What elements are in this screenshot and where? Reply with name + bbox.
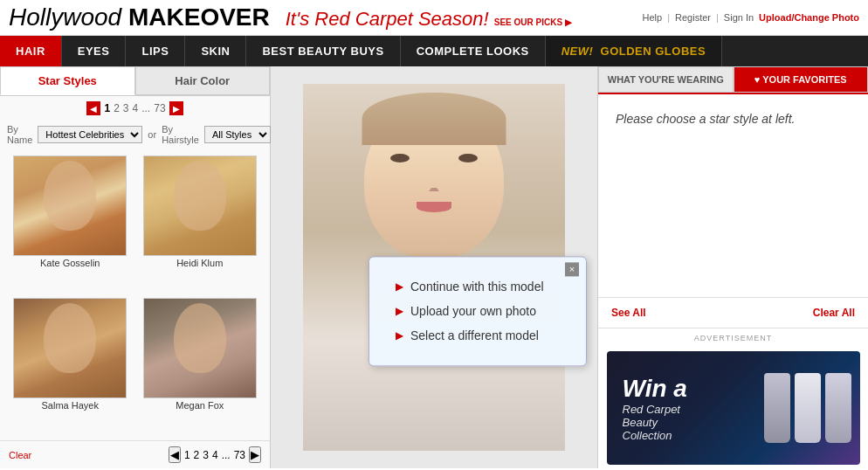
right-tabs: WHAT YOU'RE WEARING ♥ YOUR FAVORITES bbox=[598, 66, 868, 94]
kate-face bbox=[44, 161, 96, 231]
megan-face bbox=[174, 303, 226, 373]
page-1[interactable]: 1 bbox=[104, 102, 110, 114]
name-filter-select[interactable]: Hottest Celebrities A-Z bbox=[38, 126, 142, 143]
tab-star-styles[interactable]: Star Styles bbox=[0, 66, 135, 95]
right-footer: See All Clear All bbox=[598, 297, 868, 328]
celebrity-grid: Kate Gosselin Heidi Klum Salma Hayek bbox=[0, 152, 270, 440]
filters: By Name Hottest Celebrities A-Z or By Ha… bbox=[0, 121, 270, 152]
celeb-photo-megan bbox=[143, 298, 257, 398]
bottle-3 bbox=[825, 373, 851, 443]
bottom-page-last[interactable]: 73 bbox=[234, 449, 245, 461]
nav-golden-globes[interactable]: NEW! GOLDEN GLOBES bbox=[546, 36, 722, 66]
popup-different[interactable]: ▶ Select a different model bbox=[396, 323, 560, 348]
bottom-prev-btn[interactable]: ◀ bbox=[169, 446, 181, 463]
model-nose bbox=[429, 176, 439, 191]
prev-page-btn[interactable]: ◀ bbox=[86, 101, 100, 115]
nav-bar: HAIR EYES LIPS SKIN BEST BEAUTY BUYS COM… bbox=[0, 36, 868, 66]
nav-best-beauty[interactable]: BEST BEAUTY BUYS bbox=[246, 36, 400, 66]
upload-label: Upload your own photo bbox=[410, 304, 536, 318]
page-ellipsis: ... bbox=[141, 102, 150, 114]
page-3[interactable]: 3 bbox=[123, 102, 129, 114]
sign-in-link[interactable]: Sign In bbox=[724, 12, 754, 23]
different-model-label: Select a different model bbox=[410, 328, 539, 342]
model-popup: × ▶ Continue with this model ▶ Upload yo… bbox=[369, 256, 587, 366]
top-links: Help | Register | Sign In Upload/Change … bbox=[643, 12, 859, 23]
continue-label: Continue with this model bbox=[410, 280, 544, 294]
left-tabs: Star Styles Hair Color bbox=[0, 66, 270, 96]
tagline: It's Red Carpet Season! SEE OUR PICKS ▶ bbox=[286, 8, 572, 31]
nav-hair[interactable]: HAIR bbox=[0, 36, 62, 66]
tab-wearing[interactable]: WHAT YOU'RE WEARING bbox=[598, 66, 734, 93]
tab-favorites[interactable]: ♥ YOUR FAVORITES bbox=[734, 66, 869, 93]
main-content: Star Styles Hair Color ◀ 1 2 3 4 ... 73 … bbox=[0, 66, 868, 468]
ad-collection: Collection bbox=[623, 429, 757, 442]
top-bar: Hollywood MAKEOVER It's Red Carpet Seaso… bbox=[0, 0, 868, 36]
page-2[interactable]: 2 bbox=[114, 102, 120, 114]
ad-beauty: Beauty bbox=[623, 416, 757, 429]
ad-section: ADVERTISEMENT bbox=[598, 328, 868, 348]
celeb-photo-salma bbox=[13, 298, 127, 398]
bottom-page-1[interactable]: 1 bbox=[184, 449, 190, 461]
nav-lips[interactable]: LIPS bbox=[126, 36, 185, 66]
bottom-next-btn[interactable]: ▶ bbox=[249, 446, 261, 463]
see-picks-link[interactable]: SEE OUR PICKS ▶ bbox=[494, 17, 572, 27]
ad-text: Win a Red Carpet Beauty Collection bbox=[616, 368, 764, 449]
celeb-megan[interactable]: Megan Fox bbox=[137, 298, 264, 437]
model-face-shape bbox=[364, 101, 504, 259]
bottom-ellipsis: ... bbox=[222, 449, 231, 461]
kate-name: Kate Gosselin bbox=[40, 258, 100, 268]
celeb-salma[interactable]: Salma Hayek bbox=[7, 298, 134, 437]
celeb-heidi[interactable]: Heidi Klum bbox=[137, 156, 264, 294]
model-hair bbox=[362, 93, 506, 145]
ad-label: ADVERTISEMENT bbox=[694, 334, 772, 342]
tagline-text: It's Red Carpet Season! bbox=[286, 8, 489, 30]
see-all-link[interactable]: See All bbox=[611, 307, 646, 319]
bottom-page-4[interactable]: 4 bbox=[212, 449, 218, 461]
celeb-photo-kate bbox=[13, 156, 127, 256]
logo-hollywood: Hollywood bbox=[9, 3, 121, 31]
center-panel: × ▶ Continue with this model ▶ Upload yo… bbox=[271, 66, 597, 468]
nav-complete-looks[interactable]: COMPLETE LOOKS bbox=[401, 36, 546, 66]
logo-makeover: MAKEOVER bbox=[128, 3, 270, 31]
bottle-1 bbox=[764, 373, 790, 443]
heidi-face bbox=[174, 161, 226, 231]
heidi-name: Heidi Klum bbox=[176, 258, 223, 268]
popup-close-btn[interactable]: × bbox=[565, 262, 579, 276]
next-page-btn[interactable]: ▶ bbox=[169, 101, 183, 115]
or-label: or bbox=[148, 129, 156, 140]
register-link[interactable]: Register bbox=[675, 12, 711, 23]
arrow-icon-3: ▶ bbox=[396, 329, 403, 342]
ad-banner: Win a Red Carpet Beauty Collection bbox=[607, 351, 860, 465]
logo: Hollywood MAKEOVER bbox=[9, 3, 270, 31]
right-content: Please choose a star style at left. bbox=[598, 94, 868, 297]
bottle-group bbox=[764, 373, 851, 443]
salma-face bbox=[44, 303, 96, 373]
celeb-kate[interactable]: Kate Gosselin bbox=[7, 156, 134, 294]
style-filter-select[interactable]: All Styles Short Medium Long bbox=[204, 126, 271, 143]
upload-link[interactable]: Upload/Change Photo bbox=[759, 12, 859, 23]
page-last[interactable]: 73 bbox=[154, 102, 165, 114]
bottom-page-3[interactable]: 3 bbox=[203, 449, 209, 461]
page-4[interactable]: 4 bbox=[133, 102, 139, 114]
bottom-page-2[interactable]: 2 bbox=[194, 449, 200, 461]
top-pagination: ◀ 1 2 3 4 ... 73 ▶ bbox=[0, 96, 270, 121]
nav-skin[interactable]: SKIN bbox=[185, 36, 246, 66]
nav-eyes[interactable]: EYES bbox=[62, 36, 127, 66]
arrow-icon-2: ▶ bbox=[396, 305, 403, 317]
tab-hair-color[interactable]: Hair Color bbox=[135, 66, 271, 95]
salma-name: Salma Hayek bbox=[42, 400, 99, 411]
help-link[interactable]: Help bbox=[643, 12, 663, 23]
model-face-container bbox=[355, 101, 513, 276]
clear-all-link[interactable]: Clear All bbox=[813, 307, 855, 319]
new-badge: NEW! bbox=[561, 45, 594, 58]
bottle-2 bbox=[795, 373, 821, 443]
popup-continue[interactable]: ▶ Continue with this model bbox=[396, 274, 560, 299]
by-name-label: By Name bbox=[7, 124, 32, 145]
nav-golden-label: GOLDEN GLOBES bbox=[601, 45, 706, 58]
left-panel: Star Styles Hair Color ◀ 1 2 3 4 ... 73 … bbox=[0, 66, 271, 468]
popup-upload[interactable]: ▶ Upload your own photo bbox=[396, 299, 560, 323]
placeholder-text: Please choose a star style at left. bbox=[616, 112, 851, 126]
model-eye-left bbox=[390, 154, 410, 162]
by-hairstyle-label: By Hairstyle bbox=[162, 124, 199, 145]
clear-link[interactable]: Clear bbox=[9, 450, 31, 460]
